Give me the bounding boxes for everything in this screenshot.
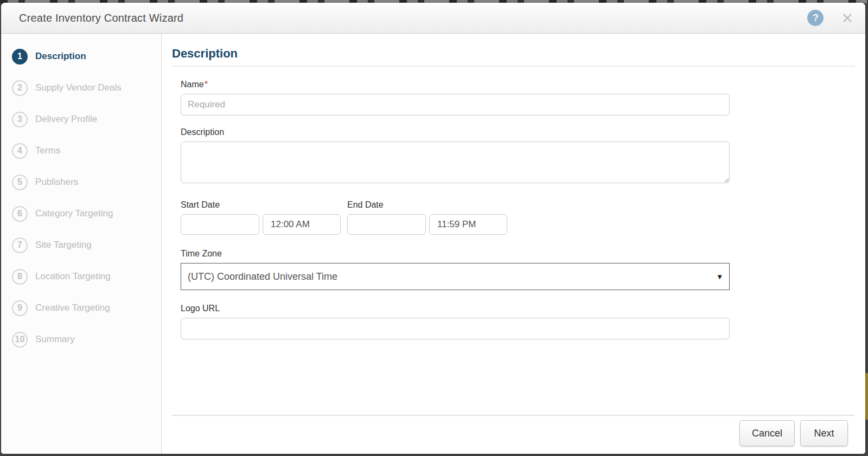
step-label: Terms bbox=[35, 145, 60, 156]
cancel-button[interactable]: Cancel bbox=[739, 420, 795, 446]
step-item-summary[interactable]: 10 Summary bbox=[12, 329, 161, 350]
required-asterisk: * bbox=[205, 80, 208, 89]
footer-divider bbox=[172, 415, 854, 416]
step-label: Delivery Profile bbox=[35, 114, 97, 125]
date-range-row: Start Date End Date bbox=[181, 200, 730, 235]
close-icon[interactable]: ✕ bbox=[839, 10, 856, 27]
step-label: Creative Targeting bbox=[35, 303, 110, 313]
step-label: Location Targeting bbox=[35, 271, 111, 282]
start-date-label: Start Date bbox=[181, 200, 341, 210]
step-number-badge: 4 bbox=[12, 143, 28, 159]
end-date-label: End Date bbox=[347, 200, 507, 210]
modal-header: Create Inventory Contract Wizard ? ✕ bbox=[1, 3, 865, 34]
help-icon[interactable]: ? bbox=[807, 10, 824, 26]
time-zone-select-wrap: (UTC) Coordinated Universal Time ▼ bbox=[181, 263, 730, 290]
time-zone-select[interactable]: (UTC) Coordinated Universal Time bbox=[181, 263, 730, 290]
step-item-description[interactable]: 1 Description bbox=[12, 46, 161, 67]
step-number-badge: 8 bbox=[12, 269, 28, 285]
step-number-badge: 3 bbox=[12, 112, 28, 127]
step-label: Site Targeting bbox=[35, 240, 92, 251]
logo-url-row: Logo URL bbox=[181, 304, 730, 339]
step-number-badge: 9 bbox=[12, 300, 28, 316]
description-textarea[interactable] bbox=[181, 142, 730, 183]
step-item-category-targeting[interactable]: 6 Category Targeting bbox=[12, 203, 161, 224]
start-date-pair bbox=[181, 214, 341, 235]
step-item-location-targeting[interactable]: 8 Location Targeting bbox=[12, 266, 161, 287]
modal-body: 1 Description 2 Supply Vendor Deals 3 De… bbox=[1, 34, 865, 454]
end-date-input[interactable] bbox=[347, 214, 426, 235]
step-content-pane: Description Name* Description Start Date bbox=[162, 34, 865, 454]
step-item-supply-vendor-deals[interactable]: 2 Supply Vendor Deals bbox=[12, 77, 161, 99]
end-time-input[interactable] bbox=[429, 214, 507, 235]
start-time-input[interactable] bbox=[263, 214, 341, 235]
wizard-footer: Cancel Next bbox=[172, 415, 854, 454]
step-item-delivery-profile[interactable]: 3 Delivery Profile bbox=[12, 108, 161, 130]
step-item-creative-targeting[interactable]: 9 Creative Targeting bbox=[12, 297, 161, 319]
name-label: Name* bbox=[181, 80, 730, 89]
step-label: Summary bbox=[35, 334, 75, 345]
wizard-steps-sidebar: 1 Description 2 Supply Vendor Deals 3 De… bbox=[1, 34, 162, 454]
logo-url-label: Logo URL bbox=[181, 304, 730, 313]
description-label: Description bbox=[181, 127, 730, 137]
logo-url-input[interactable] bbox=[181, 318, 730, 339]
step-label: Publishers bbox=[35, 177, 78, 188]
create-inventory-contract-wizard-modal: Create Inventory Contract Wizard ? ✕ 1 D… bbox=[1, 3, 865, 454]
end-date-group: End Date bbox=[347, 200, 507, 235]
step-item-terms[interactable]: 4 Terms bbox=[12, 140, 161, 162]
time-zone-row: Time Zone (UTC) Coordinated Universal Ti… bbox=[181, 249, 730, 290]
step-label: Category Targeting bbox=[35, 208, 113, 219]
step-number-badge: 1 bbox=[12, 49, 28, 65]
page-title: Description bbox=[172, 47, 854, 67]
start-date-input[interactable] bbox=[181, 214, 259, 235]
modal-title: Create Inventory Contract Wizard bbox=[19, 12, 807, 24]
name-field-row: Name* bbox=[181, 80, 730, 115]
step-number-badge: 6 bbox=[12, 206, 28, 222]
step-number-badge: 10 bbox=[12, 332, 28, 348]
step-label: Supply Vendor Deals bbox=[35, 82, 122, 93]
next-button[interactable]: Next bbox=[800, 420, 848, 446]
description-field-row: Description bbox=[181, 127, 730, 185]
step-label: Description bbox=[35, 51, 86, 62]
description-form: Name* Description Start Date bbox=[172, 67, 854, 339]
footer-buttons: Cancel Next bbox=[172, 420, 854, 446]
step-number-badge: 2 bbox=[12, 80, 28, 96]
step-number-badge: 7 bbox=[12, 237, 28, 253]
end-date-pair bbox=[347, 214, 507, 235]
time-zone-label: Time Zone bbox=[181, 249, 730, 259]
name-input[interactable] bbox=[181, 94, 730, 115]
start-date-group: Start Date bbox=[181, 200, 341, 235]
step-number-badge: 5 bbox=[12, 175, 28, 190]
step-item-site-targeting[interactable]: 7 Site Targeting bbox=[12, 234, 161, 256]
step-item-publishers[interactable]: 5 Publishers bbox=[12, 171, 161, 193]
